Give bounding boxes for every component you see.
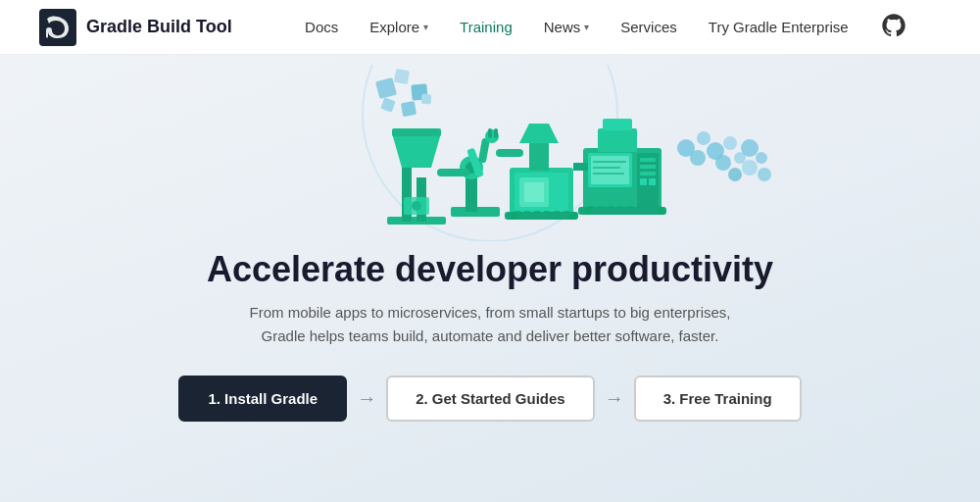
svg-rect-36: [591, 156, 629, 184]
gradle-logo-icon: [39, 9, 76, 46]
svg-point-54: [690, 150, 706, 166]
svg-point-48: [658, 207, 665, 215]
svg-marker-29: [519, 124, 559, 143]
svg-rect-22: [488, 128, 492, 138]
nav-training[interactable]: Training: [460, 19, 513, 35]
svg-rect-7: [421, 94, 432, 105]
hero-section: Accelerate developer productivity From m…: [0, 55, 980, 422]
svg-rect-42: [640, 165, 656, 169]
svg-rect-3: [394, 69, 410, 84]
svg-marker-11: [392, 133, 441, 168]
install-gradle-button[interactable]: 1. Install Gradle: [178, 376, 347, 422]
main-nav: Docs Explore ▾ Training News ▾ Services …: [271, 12, 941, 43]
nav-docs[interactable]: Docs: [305, 19, 338, 35]
github-icon: [880, 12, 907, 39]
svg-point-60: [728, 168, 742, 181]
svg-rect-6: [401, 101, 416, 117]
svg-point-62: [756, 152, 767, 164]
svg-rect-5: [380, 97, 395, 112]
svg-rect-45: [649, 178, 656, 185]
nav-news[interactable]: News ▾: [544, 19, 590, 35]
news-chevron-icon: ▾: [584, 22, 589, 32]
svg-point-31: [511, 212, 518, 220]
svg-rect-28: [529, 143, 549, 171]
svg-rect-12: [392, 128, 441, 136]
nav-services[interactable]: Services: [620, 19, 677, 35]
svg-rect-50: [598, 128, 637, 152]
svg-rect-41: [640, 158, 656, 162]
explore-chevron-icon: ▾: [423, 22, 428, 32]
arrow-icon-2: →: [605, 387, 624, 410]
svg-rect-2: [375, 77, 397, 99]
hero-illustration: [186, 65, 794, 241]
svg-rect-23: [494, 128, 498, 138]
cta-row: 1. Install Gradle → 2. Get Started Guide…: [178, 376, 801, 422]
nav-explore[interactable]: Explore ▾: [369, 19, 428, 35]
arrow-icon-1: →: [357, 387, 376, 410]
svg-point-14: [412, 201, 421, 211]
svg-rect-27: [524, 182, 544, 202]
nav-enterprise[interactable]: Try Gradle Enterprise: [709, 19, 849, 35]
svg-point-63: [758, 168, 771, 181]
get-started-guides-button[interactable]: 2. Get Started Guides: [386, 376, 595, 422]
svg-point-61: [742, 160, 758, 176]
logo[interactable]: Gradle Build Tool: [39, 9, 232, 46]
svg-point-59: [741, 139, 759, 157]
svg-point-57: [715, 155, 731, 171]
hero-subtext: From mobile apps to microservices, from …: [250, 301, 731, 348]
nav-github[interactable]: [880, 12, 907, 43]
svg-rect-51: [603, 119, 632, 130]
logo-text: Gradle Build Tool: [86, 17, 232, 37]
svg-rect-64: [573, 163, 588, 171]
svg-rect-44: [640, 178, 647, 185]
svg-point-47: [584, 207, 592, 215]
svg-point-32: [569, 212, 577, 220]
svg-rect-43: [640, 172, 656, 176]
svg-point-56: [723, 136, 737, 150]
hero-headline: Accelerate developer productivity: [207, 249, 773, 289]
svg-rect-0: [39, 9, 76, 46]
free-training-button[interactable]: 3. Free Training: [634, 376, 802, 422]
svg-point-53: [697, 131, 710, 145]
